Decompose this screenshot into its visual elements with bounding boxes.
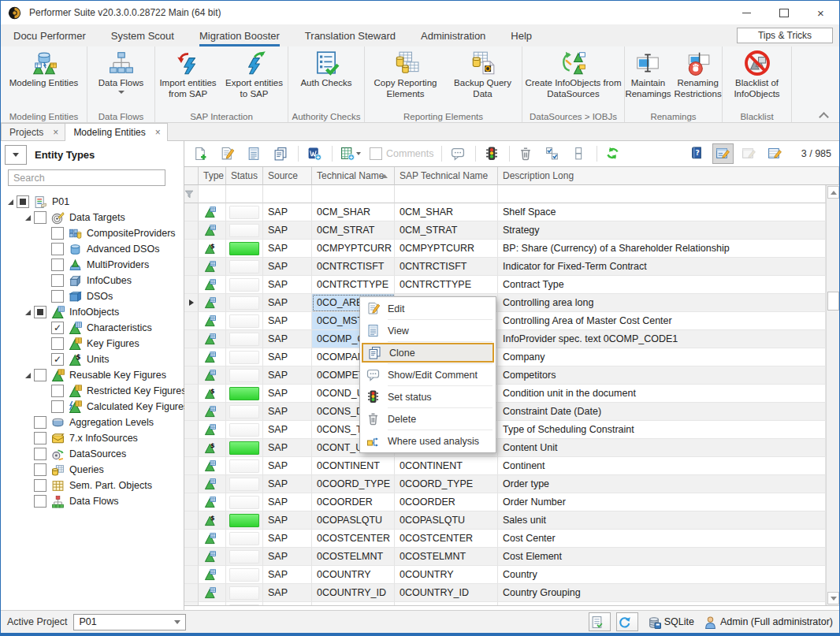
table-row[interactable]: SAP0CM_SHAR0CM_SHARShelf Space [184, 203, 826, 221]
layout-comment-button[interactable] [738, 143, 760, 164]
menu-item-translation-steward[interactable]: Translation Steward [305, 24, 396, 46]
tree-checkbox[interactable] [34, 432, 46, 444]
ribbon-button-renaming-restrictions[interactable]: Renaming Restrictions [673, 49, 723, 101]
table-row[interactable]: SAP0COMP_COInfoProvider spec. text 0COMP… [184, 330, 826, 348]
comments-checkbox[interactable]: Comments [370, 147, 433, 160]
ribbon-button-backup-query-data[interactable]: Backup Query Data [445, 49, 521, 101]
entity-types-dropdown-button[interactable] [5, 145, 27, 165]
tree-checkbox[interactable] [51, 258, 64, 271]
comment-button[interactable] [447, 143, 468, 164]
column-header-description-long[interactable]: Description Long [498, 167, 839, 185]
tree-item-advanced-dsos[interactable]: Advanced DSOs [1, 241, 184, 257]
context-menu-item-edit[interactable]: Edit [362, 299, 494, 318]
scrollbar-thumb[interactable] [827, 292, 839, 311]
context-menu-item-where-used-analysis[interactable]: Where used analysis [362, 431, 494, 451]
tree-item-datasources[interactable]: DataSources [1, 446, 184, 462]
delete-button[interactable] [515, 143, 536, 164]
tree-item-restricted-key-figures[interactable]: Restricted Key Figures [1, 383, 184, 399]
table-row[interactable]: SAP0CNTRCTTYPE0CNTRCTTYPEContract Type [184, 276, 826, 294]
scroll-down-button[interactable] [827, 592, 839, 604]
tree-checkbox[interactable] [51, 227, 64, 240]
table-row[interactable]: SAP0COSTCENTER0COSTCENTERCost Center [184, 530, 826, 548]
table-row[interactable]: SAP0CONTINENT0CONTINENTContinent [184, 457, 826, 475]
ribbon-button-auth-checks[interactable]: Auth Checks [289, 49, 363, 89]
table-row[interactable]: SAP0COUNTY_CDE0COUNTY_CDECounty Code [184, 602, 826, 605]
tree-checkbox[interactable] [34, 463, 46, 476]
tree-checkbox[interactable] [51, 400, 64, 413]
tree-checkbox[interactable] [51, 290, 64, 303]
refresh-button[interactable] [602, 143, 623, 164]
context-menu-item-set-status[interactable]: Set status [362, 387, 494, 407]
tree-item-data-flows[interactable]: Data Flows [1, 493, 184, 509]
tree-item-queries[interactable]: Queries [1, 462, 184, 478]
tree-checkbox[interactable] [34, 211, 46, 224]
table-row[interactable]: SAP0CNTRCTISFT0CNTRCTISFTIndicator for F… [184, 258, 826, 276]
tree-item-infoobjects[interactable]: InfoObjects [1, 304, 184, 320]
ribbon-button-export-entities-to-sap[interactable]: Export entities to SAP [221, 49, 288, 101]
checkbox-box[interactable] [370, 147, 382, 160]
excel-export-button[interactable] [337, 143, 364, 164]
context-menu-item-view[interactable]: View [362, 321, 494, 340]
context-menu-item-clone[interactable]: Clone [362, 343, 494, 363]
tree-checkbox[interactable] [34, 448, 46, 460]
tab-close-icon[interactable]: × [155, 127, 161, 138]
tree-item-reusable-key-figures[interactable]: Reusable Key Figures [1, 367, 184, 383]
tree-item-multiproviders[interactable]: MultiProviders [1, 257, 184, 273]
active-project-select[interactable]: P01 [73, 614, 186, 630]
table-row[interactable]: $SAP0CONT_UNIT0CONT_UNITContent Unit [184, 439, 826, 457]
column-header-source[interactable]: Source [263, 167, 312, 185]
tree-checkbox[interactable] [34, 306, 46, 318]
tree-expander[interactable] [21, 370, 34, 381]
tree-checkbox[interactable] [34, 479, 46, 492]
filter-cell[interactable] [263, 185, 312, 203]
scroll-up-button[interactable] [827, 186, 839, 199]
help-button[interactable]: ? [686, 143, 708, 164]
tree-expander[interactable] [4, 196, 17, 207]
table-row[interactable]: SAP0CONS_DAConstraint Date (Date) [184, 403, 826, 421]
filter-cell[interactable] [498, 185, 826, 203]
word-export-button[interactable] [303, 143, 325, 164]
tree-checkbox[interactable] [51, 337, 64, 350]
menu-item-docu-performer[interactable]: Docu Performer [13, 24, 86, 46]
maximize-button[interactable] [765, 1, 802, 24]
tree-item-data-targets[interactable]: Data Targets [1, 210, 184, 225]
table-row[interactable]: $SAP0COND_UNCondition unit in the docume… [184, 385, 826, 403]
deselect-all-button[interactable] [568, 143, 589, 164]
filter-cell[interactable] [226, 185, 263, 203]
table-row[interactable]: SAP0CONS_TYType of Scheduling Constraint [184, 421, 826, 439]
tree-item-calculated-key-figures[interactable]: Calculated Key Figures [1, 399, 184, 415]
tree-checkbox[interactable] [51, 243, 64, 255]
table-row[interactable]: SAP0COMPANYCompany [184, 348, 826, 366]
tree-checkbox[interactable] [34, 416, 46, 429]
table-row[interactable]: SAP0COORDER0COORDEROrder Number [184, 493, 826, 511]
tree-item-key-figures[interactable]: Key Figures [1, 336, 184, 351]
minimize-button[interactable] [728, 1, 765, 24]
menu-item-help[interactable]: Help [511, 24, 532, 46]
sync-button[interactable] [616, 612, 638, 631]
view-entity-button[interactable] [243, 143, 264, 164]
tree-item-compositeproviders[interactable]: CompositeProviders [1, 225, 184, 241]
layout-alt-button[interactable] [764, 143, 786, 164]
tree-checkbox[interactable] [34, 369, 46, 381]
column-header-technical-name[interactable]: Technical Name [312, 167, 395, 185]
tree-item-characteristics[interactable]: ✓Characteristics [1, 320, 184, 336]
tree-checkbox[interactable] [34, 495, 46, 508]
ribbon-button-maintain-renamings[interactable]: Maintain Renamings [623, 49, 672, 101]
tree-item-p01[interactable]: P01 [1, 194, 184, 210]
tab-projects[interactable]: Projects× [1, 123, 65, 140]
clone-entity-button[interactable] [269, 143, 291, 164]
ribbon-button-modeling-entities[interactable]: Modeling Entities [3, 49, 85, 89]
table-row[interactable]: SAP0COUNTRY0COUNTRYCountry [184, 566, 826, 584]
tree-item-sem-part-objects[interactable]: Sem. Part. Objects [1, 478, 184, 493]
filter-cell[interactable] [312, 185, 395, 203]
tree-item-units[interactable]: ✓$Units [1, 351, 184, 367]
table-row[interactable]: SAP0COMPETITCompetitors [184, 366, 826, 385]
new-entity-button[interactable] [189, 143, 210, 164]
table-row[interactable]: SAP0CM_STRAT0CM_STRATStrategy [184, 221, 826, 240]
ribbon-collapse-button[interactable] [820, 111, 828, 116]
filter-cell[interactable] [395, 185, 498, 203]
column-header-type[interactable]: Type [199, 167, 226, 185]
set-status-button[interactable] [481, 143, 502, 164]
layout-edit-button[interactable] [712, 143, 734, 164]
tab-close-icon[interactable]: × [53, 127, 58, 138]
